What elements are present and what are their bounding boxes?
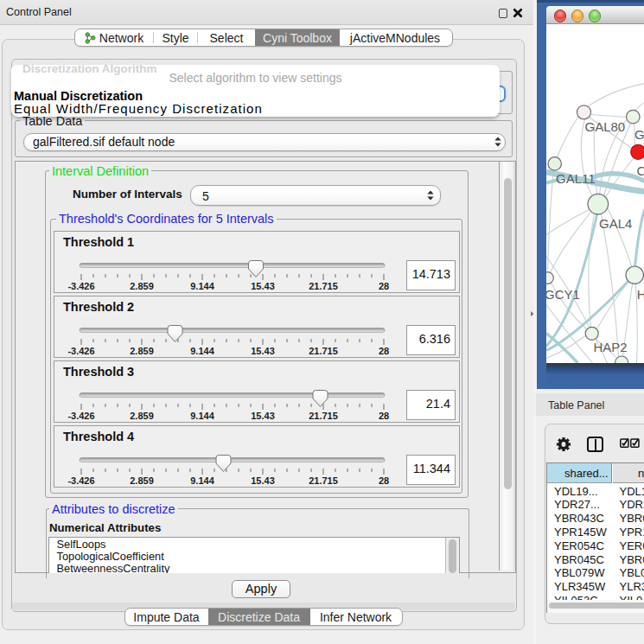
svg-text:H: H [636, 286, 644, 301]
svg-text:GAL11: GAL11 [556, 171, 596, 186]
svg-text:2.859: 2.859 [130, 411, 154, 421]
svg-text:GAL4: GAL4 [599, 216, 632, 231]
svg-text:-3.426: -3.426 [67, 281, 94, 291]
svg-text:C: C [636, 163, 644, 177]
svg-text:-3.426: -3.426 [67, 411, 94, 421]
svg-text:9.144: 9.144 [190, 346, 214, 356]
svg-text:21.715: 21.715 [309, 411, 338, 421]
svg-text:21.715: 21.715 [309, 346, 338, 356]
svg-text:HAP2: HAP2 [593, 340, 627, 354]
svg-text:28: 28 [379, 281, 389, 291]
svg-text:9.144: 9.144 [190, 475, 214, 486]
svg-text:2.859: 2.859 [130, 346, 154, 356]
svg-text:28: 28 [379, 475, 389, 486]
svg-text:28: 28 [379, 346, 389, 356]
svg-text:21.715: 21.715 [309, 281, 338, 291]
svg-text:-3.426: -3.426 [67, 475, 94, 486]
svg-text:9.144: 9.144 [190, 411, 214, 421]
svg-text:15.43: 15.43 [251, 346, 275, 356]
svg-text:15.43: 15.43 [251, 411, 275, 421]
svg-text:21.715: 21.715 [309, 475, 338, 486]
svg-text:GCY1: GCY1 [546, 286, 580, 301]
svg-text:-3.426: -3.426 [67, 346, 94, 356]
svg-text:GAL: GAL [634, 126, 644, 141]
svg-text:2.859: 2.859 [130, 475, 154, 486]
svg-text:2.859: 2.859 [130, 281, 154, 291]
svg-text:9.144: 9.144 [190, 281, 214, 291]
svg-text:15.43: 15.43 [251, 281, 275, 291]
svg-text:15.43: 15.43 [251, 475, 275, 486]
svg-text:GAL80: GAL80 [584, 119, 625, 134]
svg-text:28: 28 [379, 411, 389, 421]
